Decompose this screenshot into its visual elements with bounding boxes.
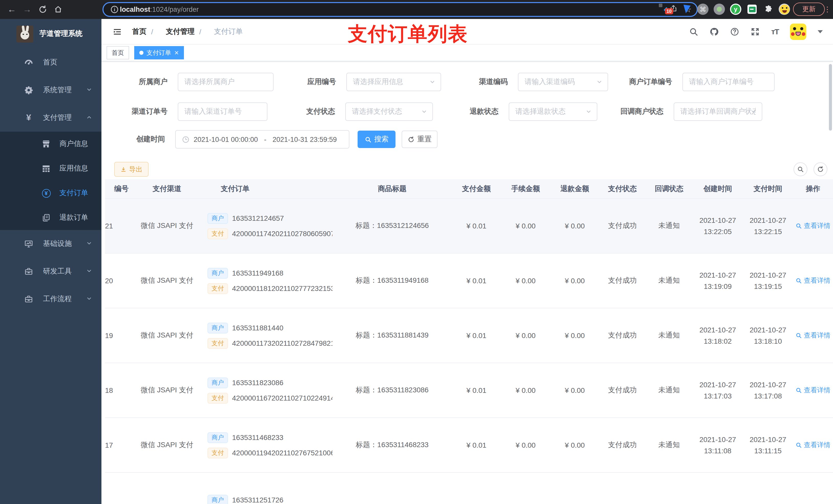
page-scrollbar[interactable]: [829, 64, 832, 130]
placeholder-text: 请输入商户订单编号: [689, 77, 754, 87]
help-icon[interactable]: [730, 27, 739, 36]
pay-order-line: 支付4200001194202110276752100612: [208, 448, 332, 458]
cell-id: 18: [105, 363, 128, 417]
view-detail-link[interactable]: 查看详情: [795, 221, 830, 231]
refresh-table-button[interactable]: [813, 162, 827, 176]
table-row[interactable]: 19微信 JSAPI 支付商户1635311881440支付4200001173…: [105, 308, 833, 363]
sidebar-item-工作流程[interactable]: 工作流程: [0, 285, 101, 313]
merchant-order-line: 商户1635312124657: [208, 213, 284, 223]
workflow-icon: [23, 294, 35, 304]
cell-channel: 微信 JSAPI 支付: [128, 199, 206, 253]
export-button[interactable]: 导出: [114, 162, 148, 177]
sidebar-item-支付订单[interactable]: ¥支付订单: [0, 181, 101, 206]
cell-pay-amount: ¥ 0.01: [452, 363, 501, 417]
create-time-range-input[interactable]: 2021-10-01 00:00:00 - 2021-10-31 23:59:5…: [175, 130, 349, 148]
sidebar-item-label: 退款订单: [60, 213, 88, 222]
date-end-value[interactable]: 2021-10-31 23:59:59: [272, 136, 337, 143]
date-start-value[interactable]: 2021-10-01 00:00:00: [194, 136, 258, 143]
cell-title: 标题：1635311468233: [332, 418, 452, 472]
table-body: 21微信 JSAPI 支付商户1635312124657支付4200001174…: [105, 199, 833, 504]
filter-item-create-time: 创建时间 2021-10-01 00:00:00 - 2021-10-31 23…: [63, 130, 349, 148]
user-avatar[interactable]: [790, 23, 806, 40]
search-icon[interactable]: [689, 27, 698, 36]
breadcrumb-current: 支付订单: [214, 27, 243, 36]
detail-magnifier-icon: [795, 223, 802, 229]
extension-command-icon[interactable]: ⌘: [697, 2, 709, 17]
extension-kite-icon[interactable]: [680, 2, 693, 17]
column-header-退款金额: 退款金额: [550, 184, 599, 193]
tag-home[interactable]: 首页: [106, 46, 129, 59]
filter-label: 渠道订单号: [65, 107, 168, 116]
create-date: 2021-10-27: [699, 324, 736, 335]
sidebar-item-研发工具[interactable]: 研发工具: [0, 258, 101, 285]
sidebar-item-退款订单[interactable]: 退款订单: [0, 206, 101, 230]
view-detail-link[interactable]: 查看详情: [795, 276, 830, 285]
site-info-icon[interactable]: [109, 2, 120, 17]
table-row[interactable]: 21微信 JSAPI 支付商户1635312124657支付4200001174…: [105, 199, 833, 254]
extension-badge: 10: [665, 8, 673, 14]
商户订单编号-input[interactable]: 请输入商户订单编号: [682, 73, 775, 91]
create-time: 13:11:08: [704, 445, 732, 456]
toggle-search-button[interactable]: [793, 162, 807, 176]
sidebar-item-首页[interactable]: 首页: [0, 49, 101, 76]
github-icon[interactable]: [710, 27, 719, 36]
extension-diamond-icon[interactable]: ◆ 10: [660, 2, 673, 17]
extension-emoji-icon[interactable]: [778, 2, 791, 17]
cell-notify-status: 未通知: [645, 199, 693, 253]
pay-date: 2021-10-27: [749, 215, 786, 226]
column-header-支付金额: 支付金额: [452, 184, 501, 193]
table-row[interactable]: 20微信 JSAPI 支付商户1635311949168支付4200001181…: [105, 254, 833, 308]
browser-update-button[interactable]: 更新: [793, 3, 825, 16]
view-detail-link[interactable]: 查看详情: [795, 331, 830, 340]
cell-id: 19: [105, 308, 128, 363]
fullscreen-icon[interactable]: [751, 27, 760, 36]
view-detail-link[interactable]: 查看详情: [795, 440, 830, 450]
browser-reload-icon[interactable]: [35, 2, 50, 17]
merchant-order-no: 1635311823086: [232, 379, 283, 387]
hamburger-icon[interactable]: [111, 27, 124, 36]
browser-back-icon[interactable]: ←: [4, 2, 20, 17]
breadcrumb-pay-manage[interactable]: 支付管理: [166, 27, 195, 36]
cell-pay-order: 商户1635311468233支付42000011942021102767521…: [206, 418, 332, 472]
create-time: 13:22:05: [704, 226, 732, 237]
table-row[interactable]: 商户1635311251726: [105, 473, 833, 504]
browser-menu-dots-icon[interactable]: ⋮: [824, 2, 831, 17]
sidebar-logo[interactable]: 芋道管理系统: [0, 19, 101, 49]
view-detail-label: 查看详情: [804, 440, 830, 450]
extension-chat-icon[interactable]: [746, 2, 758, 17]
sidebar-item-基础设施[interactable]: 基础设施: [0, 230, 101, 258]
sidebar: 芋道管理系统 首页系统管理¥支付管理 商户信息应用信息¥支付订单退款订单 基础设…: [0, 19, 101, 504]
extension-y-icon[interactable]: y: [730, 2, 742, 17]
view-detail-link[interactable]: 查看详情: [795, 386, 830, 395]
sidebar-item-应用信息[interactable]: 应用信息: [0, 156, 101, 181]
column-header-支付状态: 支付状态: [599, 184, 645, 193]
avatar-dropdown-caret-icon[interactable]: [818, 30, 823, 33]
table-row[interactable]: 17微信 JSAPI 支付商户1635311468233支付4200001194…: [105, 418, 833, 473]
extensions-puzzle-icon[interactable]: [762, 2, 775, 17]
breadcrumb-home[interactable]: 首页: [132, 27, 146, 36]
table-row[interactable]: 18微信 JSAPI 支付商户1635311823086支付4200001167…: [105, 363, 833, 418]
reset-button[interactable]: 重置: [402, 130, 437, 148]
sidebar-item-label: 研发工具: [43, 267, 72, 276]
cell-channel: 微信 JSAPI 支付: [128, 308, 206, 363]
browser-forward-icon[interactable]: →: [20, 2, 35, 17]
url-host: localhost: [120, 6, 150, 13]
extension-record-icon[interactable]: [713, 2, 725, 17]
search-button[interactable]: 搜索: [358, 130, 396, 148]
pay-order-line: 支付4200001174202110278060590766: [208, 228, 332, 239]
browser-home-icon[interactable]: [50, 2, 66, 17]
cell-channel: 微信 JSAPI 支付: [128, 363, 206, 417]
reset-button-label: 重置: [417, 135, 432, 144]
pay-time: 13:11:15: [754, 445, 782, 456]
cell-pay-status: 支付成功: [599, 418, 645, 472]
回调商户状态-select[interactable]: 请选择订单回调商户状态: [674, 102, 762, 121]
cell-pay-status: 支付成功: [599, 363, 645, 417]
filter-label: 退款状态: [396, 107, 498, 116]
tag-pay-order[interactable]: 支付订单 ✕: [134, 46, 184, 59]
font-size-icon[interactable]: ᴛT: [771, 27, 779, 36]
address-bar[interactable]: localhost:1024/pay/order ☆: [102, 2, 698, 17]
merchant-order-line: 商户1635311949168: [208, 268, 283, 279]
tag-close-icon[interactable]: ✕: [174, 49, 179, 56]
create-date: 2021-10-27: [699, 215, 736, 226]
column-header-回调状态: 回调状态: [645, 184, 693, 193]
